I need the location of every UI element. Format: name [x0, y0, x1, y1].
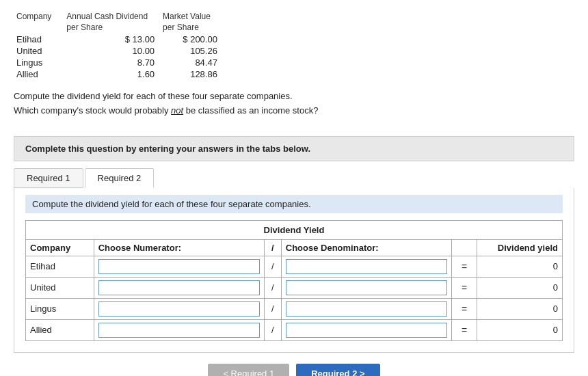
allied-company-cell: Allied [26, 319, 94, 340]
row-etihad-company: Etihad [14, 33, 64, 45]
united-slash: / [264, 277, 281, 298]
col-dividend-header: Annual Cash Dividendper Share [64, 11, 160, 33]
etihad-company-cell: Etihad [26, 256, 94, 277]
lingus-slash: / [264, 298, 281, 319]
question-line1: Compute the dividend yield for each of t… [14, 91, 293, 101]
lingus-company-cell: Lingus [26, 298, 94, 319]
header-numerator: Choose Numerator: [94, 239, 264, 256]
prev-button[interactable]: < Required 1 [208, 364, 289, 376]
row-etihad-dividend: $ 13.00 [64, 33, 160, 45]
united-denominator-cell[interactable] [281, 277, 451, 298]
united-company-cell: United [26, 277, 94, 298]
allied-denominator-cell[interactable] [281, 319, 451, 340]
table-row: Lingus / = 0 [26, 298, 563, 319]
allied-slash: / [264, 319, 281, 340]
allied-denominator-input[interactable] [286, 323, 447, 338]
lingus-equals: = [451, 298, 477, 319]
question-line2b: be classified as an income stock? [183, 105, 318, 116]
etihad-equals: = [451, 256, 477, 277]
row-united-market: 105.26 [160, 45, 223, 57]
lingus-numerator-cell[interactable] [94, 298, 264, 319]
allied-yield: 0 [477, 319, 563, 340]
row-lingus-market: 84.47 [160, 57, 223, 68]
etihad-denominator-cell[interactable] [281, 256, 451, 277]
table-row: Etihad / = 0 [26, 256, 563, 277]
row-united-company: United [14, 45, 64, 57]
etihad-yield: 0 [477, 256, 563, 277]
united-equals: = [451, 277, 477, 298]
etihad-slash: / [264, 256, 281, 277]
next-button[interactable]: Required 2 > [296, 364, 379, 376]
lingus-denominator-input[interactable] [286, 301, 447, 317]
question-line2: Which company's stock would probably [14, 105, 171, 116]
united-numerator-input[interactable] [98, 280, 260, 295]
company-data-table: Company Annual Cash Dividendper Share Ma… [14, 11, 223, 80]
etihad-numerator-cell[interactable] [94, 256, 264, 277]
row-lingus-company: Lingus [14, 57, 64, 68]
etihad-denominator-input[interactable] [286, 259, 447, 274]
united-yield: 0 [477, 277, 563, 298]
allied-numerator-cell[interactable] [94, 319, 264, 340]
table-row: Allied / = 0 [26, 319, 563, 340]
dividend-yield-title: Dividend Yield [26, 220, 563, 239]
tab-required2[interactable]: Required 2 [85, 168, 155, 188]
tab-content: Compute the dividend yield for each of t… [14, 188, 574, 353]
question-text: Compute the dividend yield for each of t… [14, 90, 574, 118]
etihad-numerator-input[interactable] [98, 259, 260, 274]
allied-equals: = [451, 319, 477, 340]
table-row: United / = 0 [26, 277, 563, 298]
bottom-navigation: < Required 1 Required 2 > [0, 353, 588, 376]
header-equals [451, 239, 477, 256]
header-yield: Dividend yield [477, 239, 563, 256]
instruction-text: Complete this question by entering your … [25, 144, 310, 154]
header-slash: / [264, 239, 281, 256]
dividend-yield-table: Dividend Yield Company Choose Numerator:… [25, 220, 563, 341]
allied-numerator-input[interactable] [98, 323, 260, 338]
instruction-box: Complete this question by entering your … [14, 136, 574, 161]
tabs-bar: Required 1 Required 2 [14, 161, 574, 188]
row-united-dividend: 10.00 [64, 45, 160, 57]
question-not: not [171, 105, 183, 116]
lingus-numerator-input[interactable] [98, 301, 260, 317]
header-company: Company [26, 239, 94, 256]
col-market-header: Market Valueper Share [160, 11, 223, 33]
row-allied-company: Allied [14, 68, 64, 80]
row-allied-dividend: 1.60 [64, 68, 160, 80]
tab-required1[interactable]: Required 1 [14, 168, 83, 188]
lingus-denominator-cell[interactable] [281, 298, 451, 319]
united-denominator-input[interactable] [286, 280, 447, 295]
row-lingus-dividend: 8.70 [64, 57, 160, 68]
lingus-yield: 0 [477, 298, 563, 319]
row-allied-market: 128.86 [160, 68, 223, 80]
row-etihad-market: $ 200.00 [160, 33, 223, 45]
united-numerator-cell[interactable] [94, 277, 264, 298]
header-denominator: Choose Denominator: [281, 239, 451, 256]
col-company-header: Company [14, 11, 64, 33]
sub-instruction: Compute the dividend yield for each of t… [25, 195, 563, 213]
